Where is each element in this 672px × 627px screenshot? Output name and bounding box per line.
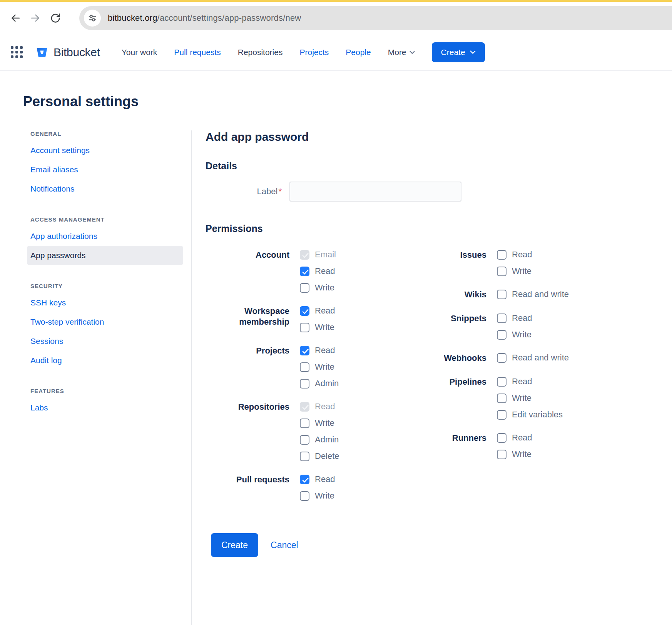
sidebar-item-app-authorizations[interactable]: App authorizations	[27, 227, 183, 246]
permission-group-pull-requests: Pull requestsReadWrite	[206, 474, 422, 501]
checkbox-option-pipelines-write[interactable]: Write	[497, 393, 563, 403]
checkbox-option-repositories-admin[interactable]: Admin	[300, 435, 339, 445]
checkbox-workspace-membership-write[interactable]	[300, 323, 309, 332]
checkbox-account-email	[300, 250, 309, 260]
checkbox-account-read[interactable]	[300, 267, 309, 276]
checkbox-projects-write[interactable]	[300, 362, 309, 372]
nav-item-repositories[interactable]: Repositories	[238, 48, 283, 57]
checkbox-option-account-email: Email	[300, 250, 336, 260]
checkbox-webhooks-read-and-write[interactable]	[497, 353, 507, 363]
sidebar-section-heading: SECURITY	[30, 283, 183, 289]
checkbox-option-workspace-membership-write[interactable]: Write	[300, 322, 335, 332]
permissions-column-right: IssuesReadWriteWikisRead and writeSnippe…	[422, 250, 672, 514]
refresh-button[interactable]	[45, 8, 65, 28]
checkbox-issues-read[interactable]	[497, 250, 507, 260]
app-switcher-icon[interactable]	[11, 46, 23, 59]
refresh-icon	[50, 12, 61, 24]
sidebar-item-sessions[interactable]: Sessions	[27, 332, 183, 351]
permission-options: EmailReadWrite	[300, 250, 336, 293]
checkbox-account-write[interactable]	[300, 283, 309, 293]
checkbox-option-account-write[interactable]: Write	[300, 283, 336, 293]
checkbox-issues-write[interactable]	[497, 267, 507, 276]
checkbox-option-issues-read[interactable]: Read	[497, 250, 532, 260]
checkbox-runners-read[interactable]	[497, 433, 507, 443]
nav-create-button[interactable]: Create	[432, 42, 485, 62]
checkbox-pull-requests-read[interactable]	[300, 475, 309, 484]
checkbox-pipelines-write[interactable]	[497, 394, 507, 403]
checkbox-option-runners-read[interactable]: Read	[497, 433, 532, 443]
back-button[interactable]	[5, 8, 25, 28]
label-input[interactable]	[289, 182, 461, 202]
forward-arrow-icon	[30, 12, 41, 24]
checkbox-option-repositories-delete[interactable]: Delete	[300, 451, 339, 461]
checkbox-option-account-read[interactable]: Read	[300, 266, 336, 276]
checkbox-projects-admin[interactable]	[300, 379, 309, 389]
checkbox-repositories-delete[interactable]	[300, 452, 309, 461]
checkbox-option-snippets-read[interactable]: Read	[497, 313, 532, 323]
checkbox-label: Read	[315, 345, 335, 355]
checkbox-label: Email	[315, 250, 336, 260]
checkbox-option-issues-write[interactable]: Write	[497, 266, 532, 276]
permission-group-label: Projects	[206, 345, 289, 356]
permission-options: ReadWriteEdit variables	[497, 377, 563, 420]
checkbox-option-webhooks-read-and-write[interactable]: Read and write	[497, 353, 569, 363]
sidebar-item-app-passwords[interactable]: App passwords	[27, 246, 183, 265]
page-content: Personal settings GENERALAccount setting…	[0, 93, 672, 625]
cancel-link[interactable]: Cancel	[271, 540, 298, 550]
nav-item-more[interactable]: More	[388, 48, 415, 57]
checkbox-runners-write[interactable]	[497, 450, 507, 459]
checkbox-workspace-membership-read[interactable]	[300, 306, 309, 316]
bitbucket-logo[interactable]: Bitbucket	[35, 45, 100, 59]
checkbox-label: Write	[512, 266, 532, 276]
checkbox-option-projects-read[interactable]: Read	[300, 345, 339, 355]
checkbox-option-repositories-write[interactable]: Write	[300, 418, 339, 428]
checkbox-option-pipelines-edit-variables[interactable]: Edit variables	[497, 410, 563, 420]
nav-item-label: People	[346, 48, 371, 57]
nav-item-pull-requests[interactable]: Pull requests	[174, 48, 221, 57]
checkbox-option-projects-write[interactable]: Write	[300, 362, 339, 372]
nav-item-your-work[interactable]: Your work	[122, 48, 157, 57]
checkbox-option-pull-requests-read[interactable]: Read	[300, 474, 335, 484]
nav-item-people[interactable]: People	[346, 48, 371, 57]
checkbox-label: Write	[315, 283, 334, 293]
permissions-column-left: AccountEmailReadWriteWorkspace membershi…	[206, 250, 422, 514]
checkbox-pipelines-edit-variables[interactable]	[497, 410, 507, 420]
checkbox-repositories-write[interactable]	[300, 419, 309, 428]
permission-group-repositories: RepositoriesReadWriteAdminDelete	[206, 402, 422, 461]
checkbox-option-wikis-read-and-write[interactable]: Read and write	[497, 289, 569, 299]
checkbox-pipelines-read[interactable]	[497, 377, 507, 387]
permission-group-label: Wikis	[422, 289, 486, 300]
permission-group-label: Pipelines	[422, 377, 486, 387]
checkbox-option-pull-requests-write[interactable]: Write	[300, 491, 335, 501]
checkbox-pull-requests-write[interactable]	[300, 491, 309, 501]
checkbox-repositories-admin[interactable]	[300, 435, 309, 445]
checkbox-option-projects-admin[interactable]: Admin	[300, 379, 339, 389]
checkbox-label: Delete	[315, 451, 339, 461]
checkbox-option-workspace-membership-read[interactable]: Read	[300, 306, 335, 316]
checkbox-option-runners-write[interactable]: Write	[497, 449, 532, 459]
nav-links: Your workPull requestsRepositoriesProjec…	[122, 48, 415, 57]
address-bar[interactable]: bitbucket.org/account/settings/app-passw…	[79, 6, 672, 30]
checkbox-label: Read	[512, 250, 532, 260]
nav-item-label: More	[388, 48, 406, 57]
site-settings-icon[interactable]	[84, 10, 101, 27]
sidebar-item-audit-log[interactable]: Audit log	[27, 351, 183, 370]
sidebar-item-email-aliases[interactable]: Email aliases	[27, 160, 183, 179]
sidebar-item-two-step-verification[interactable]: Two-step verification	[27, 312, 183, 332]
checkbox-snippets-read[interactable]	[497, 314, 507, 323]
checkbox-option-snippets-write[interactable]: Write	[497, 330, 532, 340]
sidebar-item-labs[interactable]: Labs	[27, 398, 183, 417]
details-heading: Details	[206, 160, 672, 172]
permission-options: ReadWrite	[300, 306, 335, 332]
sidebar-item-notifications[interactable]: Notifications	[27, 179, 183, 198]
create-button[interactable]: Create	[211, 533, 258, 557]
sidebar-section-features: FEATURESLabs	[23, 388, 183, 417]
sidebar-item-ssh-keys[interactable]: SSH keys	[27, 293, 183, 312]
checkbox-snippets-write[interactable]	[497, 330, 507, 340]
checkbox-wikis-read-and-write[interactable]	[497, 290, 507, 299]
checkbox-projects-read[interactable]	[300, 346, 309, 355]
nav-item-projects[interactable]: Projects	[299, 48, 329, 57]
nav-item-label: Repositories	[238, 48, 283, 57]
checkbox-option-pipelines-read[interactable]: Read	[497, 377, 563, 387]
sidebar-item-account-settings[interactable]: Account settings	[27, 141, 183, 160]
